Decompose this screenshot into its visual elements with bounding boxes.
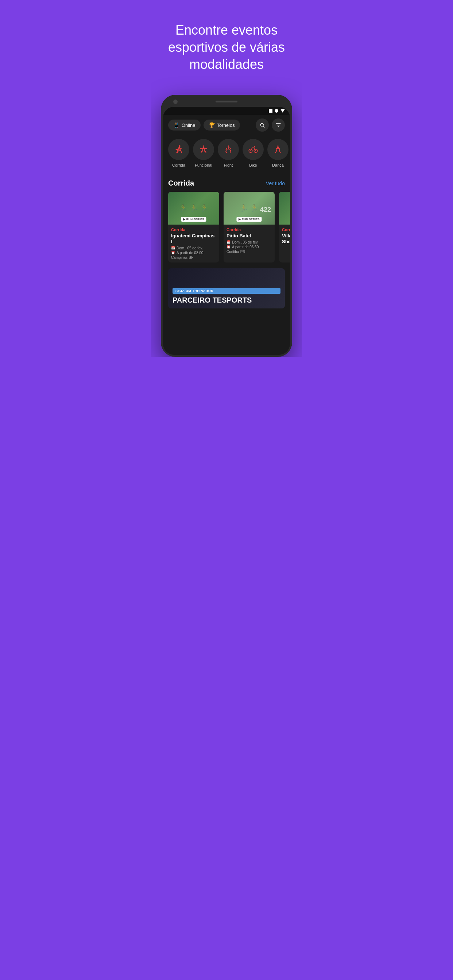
event-card-1[interactable]: 🏃 🏃 🏃 ▶ RUN SERIES Corrida Iguatemi Camp… — [168, 192, 219, 262]
event-card-body-1: Corrida Iguatemi Campinas I 📅 Dom., 05 d… — [168, 224, 219, 262]
event-card-body-3: Corrida Villa Shop... — [279, 224, 290, 249]
status-bar — [163, 107, 290, 115]
phone-speaker — [215, 100, 238, 102]
events-scroll: 🏃 🏃 🏃 ▶ RUN SERIES Corrida Iguatemi Camp… — [163, 192, 290, 268]
event-location-1: Campinas-SP — [171, 256, 216, 259]
corrida-icon-wrap — [168, 139, 189, 160]
phone-top-bar — [163, 100, 290, 107]
danca-label: Dança — [272, 163, 284, 167]
funcional-label: Funcional — [195, 163, 212, 167]
danca-icon-wrap — [267, 139, 289, 160]
phone-frame: 📱 Online 🏆 Torneios — [161, 95, 292, 357]
battery-icon — [281, 109, 285, 113]
bike-label: Bike — [249, 163, 257, 167]
event-name-2: Pátio Batel — [226, 233, 272, 239]
nav-tabs: 📱 Online 🏆 Torneios — [163, 115, 290, 135]
dance-icon — [273, 145, 283, 154]
event-card-body-2: Corrida Pátio Batel 📅 Dom., 05 de fev. ⏰… — [223, 224, 274, 257]
search-button[interactable] — [256, 118, 269, 132]
filter-icon — [275, 122, 281, 128]
torneios-label: Torneios — [217, 123, 235, 128]
event-date-1: 📅 Dom., 05 de fev. — [171, 246, 216, 250]
tab-online[interactable]: 📱 Online — [168, 119, 201, 130]
hero-title: Encontre eventos esportivos de várias mo… — [162, 22, 291, 73]
filter-button[interactable] — [272, 118, 285, 132]
calendar-icon-1: 📅 — [171, 246, 175, 250]
event-card-2[interactable]: 🏃 🏃 422 ▶ RUN SERIES Corrida Pátio Batel… — [223, 192, 274, 262]
event-img-2: 🏃 🏃 422 ▶ RUN SERIES — [223, 192, 274, 224]
event-date-text-1: Dom., 05 de fev. — [177, 246, 203, 250]
signal-icon — [269, 109, 273, 113]
fight-icon-wrap — [218, 139, 239, 160]
event-category-1: Corrida — [171, 228, 216, 232]
categories-section: Corrida Funcional — [163, 135, 290, 173]
online-icon: 📱 — [173, 122, 179, 128]
funcional-icon-wrap — [193, 139, 214, 160]
fight-label: Fight — [224, 163, 233, 167]
phone-screen: 📱 Online 🏆 Torneios — [163, 107, 290, 355]
ver-tudo-link[interactable]: Ver tudo — [266, 180, 285, 186]
bib-number-2: 422 — [260, 206, 271, 214]
phone-camera — [173, 100, 178, 104]
event-category-2: Corrida — [226, 228, 272, 232]
event-card-3[interactable]: ▶ Corrida Villa Shop... — [279, 192, 290, 262]
tab-torneios[interactable]: 🏆 Torneios — [204, 119, 240, 130]
phone-wrapper: 📱 Online 🏆 Torneios — [151, 88, 302, 357]
event-name-1: Iguatemi Campinas I — [171, 233, 216, 244]
event-badge-2: ▶ RUN SERIES — [236, 217, 262, 222]
event-location-2: Curitiba-PR — [226, 250, 272, 254]
svg-point-1 — [203, 145, 204, 147]
corrida-section-title: Corrida — [168, 179, 194, 188]
event-category-3: Corrida — [282, 228, 290, 232]
online-label: Online — [182, 123, 196, 128]
event-img-1: 🏃 🏃 🏃 ▶ RUN SERIES — [168, 192, 219, 224]
event-badge-1: ▶ RUN SERIES — [181, 217, 206, 222]
event-time-1: ⏰ A partir de 08:00 — [171, 251, 216, 255]
category-funcional[interactable]: Funcional — [193, 139, 214, 167]
wifi-icon — [274, 109, 278, 113]
bike-icon-wrap — [242, 139, 264, 160]
event-img-3: ▶ — [279, 192, 290, 224]
promo-banner[interactable]: SEJA UM TREINADOR PARCEIRO TESPORTS — [168, 268, 285, 309]
category-fight[interactable]: Fight — [218, 139, 239, 167]
promo-title: PARCEIRO TESPORTS — [172, 296, 281, 304]
runners-decoration-1: 🏃 🏃 🏃 — [179, 204, 209, 213]
clock-icon-2: ⏰ — [226, 245, 231, 249]
running-icon — [174, 145, 184, 154]
svg-point-2 — [228, 145, 229, 147]
clock-icon-1: ⏰ — [171, 251, 175, 255]
torneios-icon: 🏆 — [209, 122, 215, 128]
category-danca[interactable]: Dança — [267, 139, 289, 167]
event-time-2: ⏰ A partir de 06:30 — [226, 245, 272, 249]
bike-icon — [248, 145, 258, 154]
runners-decoration-2: 🏃 🏃 — [239, 204, 259, 213]
search-icon — [259, 122, 265, 128]
svg-point-6 — [277, 145, 279, 147]
category-bike[interactable]: Bike — [242, 139, 264, 167]
fight-icon — [223, 145, 233, 154]
event-date-2: 📅 Dom., 05 de fev. — [226, 240, 272, 244]
event-time-text-2: A partir de 06:30 — [232, 245, 258, 249]
category-corrida[interactable]: Corrida — [168, 139, 189, 167]
promo-tag: SEJA UM TREINADOR — [172, 288, 281, 294]
event-date-text-2: Dom., 05 de fev. — [232, 240, 258, 244]
promo-bg: SEJA UM TREINADOR PARCEIRO TESPORTS — [168, 268, 285, 309]
event-name-3: Villa Shop... — [282, 233, 290, 244]
svg-point-5 — [254, 146, 255, 147]
calendar-icon-2: 📅 — [226, 240, 231, 244]
functional-icon — [198, 145, 209, 154]
event-time-text-1: A partir de 08:00 — [177, 251, 203, 255]
corrida-section-header: Corrida Ver tudo — [163, 173, 290, 192]
hero-section: Encontre eventos esportivos de várias mo… — [151, 0, 302, 88]
corrida-label: Corrida — [172, 163, 185, 167]
